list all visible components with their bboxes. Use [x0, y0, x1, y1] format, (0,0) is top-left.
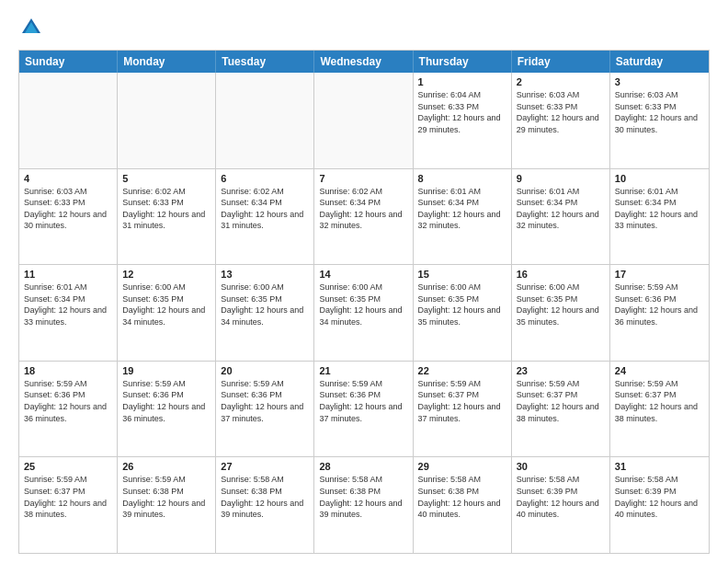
- calendar-cell: 18Sunrise: 5:59 AMSunset: 6:36 PMDayligh…: [19, 362, 118, 457]
- cell-info: Sunrise: 5:59 AMSunset: 6:37 PMDaylight:…: [24, 474, 112, 520]
- day-number: 23: [517, 365, 605, 376]
- cell-info: Sunrise: 6:01 AMSunset: 6:34 PMDaylight:…: [615, 186, 704, 232]
- calendar-cell: 24Sunrise: 5:59 AMSunset: 6:37 PMDayligh…: [610, 362, 709, 457]
- day-number: 6: [221, 173, 309, 184]
- cell-info: Sunrise: 5:59 AMSunset: 6:38 PMDaylight:…: [122, 474, 210, 520]
- cell-info: Sunrise: 5:58 AMSunset: 6:38 PMDaylight:…: [319, 474, 407, 520]
- logo-icon: [18, 15, 44, 40]
- calendar-cell: 11Sunrise: 6:01 AMSunset: 6:34 PMDayligh…: [19, 265, 118, 361]
- calendar-cell: 2Sunrise: 6:03 AMSunset: 6:33 PMDaylight…: [512, 73, 610, 168]
- calendar-cell: 3Sunrise: 6:03 AMSunset: 6:33 PMDaylight…: [610, 73, 709, 168]
- cell-info: Sunrise: 6:02 AMSunset: 6:34 PMDaylight:…: [221, 186, 309, 232]
- cell-info: Sunrise: 5:59 AMSunset: 6:36 PMDaylight:…: [221, 378, 309, 424]
- calendar-cell: 9Sunrise: 6:01 AMSunset: 6:34 PMDaylight…: [512, 169, 610, 265]
- day-number: 17: [615, 269, 704, 280]
- day-number: 15: [418, 269, 506, 280]
- calendar-cell: [118, 73, 216, 168]
- cell-info: Sunrise: 5:59 AMSunset: 6:36 PMDaylight:…: [122, 378, 210, 424]
- day-number: 18: [24, 365, 112, 376]
- calendar-cell: 27Sunrise: 5:58 AMSunset: 6:38 PMDayligh…: [216, 457, 314, 553]
- calendar-row: 25Sunrise: 5:59 AMSunset: 6:37 PMDayligh…: [19, 457, 709, 553]
- cell-info: Sunrise: 6:04 AMSunset: 6:33 PMDaylight:…: [418, 89, 506, 135]
- page: SundayMondayTuesdayWednesdayThursdayFrid…: [0, 0, 728, 563]
- cell-info: Sunrise: 6:00 AMSunset: 6:35 PMDaylight:…: [319, 282, 407, 327]
- calendar-cell: 12Sunrise: 6:00 AMSunset: 6:35 PMDayligh…: [118, 265, 216, 361]
- calendar-cell: 13Sunrise: 6:00 AMSunset: 6:35 PMDayligh…: [216, 265, 314, 361]
- day-number: 19: [122, 365, 210, 376]
- calendar-cell: 8Sunrise: 6:01 AMSunset: 6:34 PMDaylight…: [414, 169, 512, 265]
- cell-info: Sunrise: 5:59 AMSunset: 6:37 PMDaylight:…: [615, 378, 704, 424]
- cell-info: Sunrise: 5:59 AMSunset: 6:36 PMDaylight:…: [24, 378, 112, 424]
- day-number: 30: [517, 461, 605, 472]
- cell-info: Sunrise: 5:59 AMSunset: 6:36 PMDaylight:…: [319, 378, 407, 424]
- day-number: 16: [517, 269, 605, 280]
- day-number: 22: [418, 365, 506, 376]
- calendar-cell: 23Sunrise: 5:59 AMSunset: 6:37 PMDayligh…: [512, 362, 610, 457]
- day-number: 12: [122, 269, 210, 280]
- cell-info: Sunrise: 6:00 AMSunset: 6:35 PMDaylight:…: [418, 282, 506, 327]
- day-number: 1: [418, 76, 506, 87]
- header: [18, 15, 710, 40]
- calendar-cell: 4Sunrise: 6:03 AMSunset: 6:33 PMDaylight…: [19, 169, 118, 265]
- logo: [18, 15, 48, 40]
- weekday-header: Saturday: [610, 51, 709, 73]
- day-number: 14: [319, 269, 407, 280]
- calendar-cell: [216, 73, 314, 168]
- calendar-cell: 5Sunrise: 6:02 AMSunset: 6:33 PMDaylight…: [118, 169, 216, 265]
- cell-info: Sunrise: 5:58 AMSunset: 6:38 PMDaylight:…: [221, 474, 309, 520]
- calendar-cell: 21Sunrise: 5:59 AMSunset: 6:36 PMDayligh…: [314, 362, 413, 457]
- calendar-cell: 30Sunrise: 5:58 AMSunset: 6:39 PMDayligh…: [512, 457, 610, 553]
- calendar-cell: 15Sunrise: 6:00 AMSunset: 6:35 PMDayligh…: [414, 265, 512, 361]
- weekday-header: Thursday: [414, 51, 512, 73]
- cell-info: Sunrise: 6:03 AMSunset: 6:33 PMDaylight:…: [24, 186, 112, 232]
- cell-info: Sunrise: 6:01 AMSunset: 6:34 PMDaylight:…: [24, 282, 112, 327]
- cell-info: Sunrise: 6:01 AMSunset: 6:34 PMDaylight:…: [418, 186, 506, 232]
- weekday-header: Tuesday: [216, 51, 314, 73]
- calendar-cell: 20Sunrise: 5:59 AMSunset: 6:36 PMDayligh…: [216, 362, 314, 457]
- day-number: 4: [24, 173, 112, 184]
- calendar-cell: 6Sunrise: 6:02 AMSunset: 6:34 PMDaylight…: [216, 169, 314, 265]
- calendar-cell: 25Sunrise: 5:59 AMSunset: 6:37 PMDayligh…: [19, 457, 118, 553]
- calendar-cell: 17Sunrise: 5:59 AMSunset: 6:36 PMDayligh…: [610, 265, 709, 361]
- calendar-row: 18Sunrise: 5:59 AMSunset: 6:36 PMDayligh…: [19, 362, 709, 458]
- calendar-body: 1Sunrise: 6:04 AMSunset: 6:33 PMDaylight…: [19, 73, 709, 553]
- cell-info: Sunrise: 6:02 AMSunset: 6:33 PMDaylight:…: [122, 186, 210, 232]
- day-number: 29: [418, 461, 506, 472]
- day-number: 26: [122, 461, 210, 472]
- day-number: 25: [24, 461, 112, 472]
- cell-info: Sunrise: 6:03 AMSunset: 6:33 PMDaylight:…: [517, 89, 605, 135]
- day-number: 27: [221, 461, 309, 472]
- day-number: 2: [517, 76, 605, 87]
- day-number: 24: [615, 365, 704, 376]
- day-number: 28: [319, 461, 407, 472]
- calendar-row: 1Sunrise: 6:04 AMSunset: 6:33 PMDaylight…: [19, 73, 709, 169]
- calendar-cell: 22Sunrise: 5:59 AMSunset: 6:37 PMDayligh…: [414, 362, 512, 457]
- cell-info: Sunrise: 5:59 AMSunset: 6:36 PMDaylight:…: [615, 282, 704, 327]
- calendar-cell: 16Sunrise: 6:00 AMSunset: 6:35 PMDayligh…: [512, 265, 610, 361]
- day-number: 31: [615, 461, 704, 472]
- cell-info: Sunrise: 6:01 AMSunset: 6:34 PMDaylight:…: [517, 186, 605, 232]
- calendar-row: 11Sunrise: 6:01 AMSunset: 6:34 PMDayligh…: [19, 265, 709, 362]
- calendar: SundayMondayTuesdayWednesdayThursdayFrid…: [18, 50, 710, 554]
- calendar-row: 4Sunrise: 6:03 AMSunset: 6:33 PMDaylight…: [19, 169, 709, 266]
- weekday-header: Friday: [512, 51, 610, 73]
- day-number: 9: [517, 173, 605, 184]
- calendar-cell: 28Sunrise: 5:58 AMSunset: 6:38 PMDayligh…: [314, 457, 413, 553]
- cell-info: Sunrise: 6:02 AMSunset: 6:34 PMDaylight:…: [319, 186, 407, 232]
- cell-info: Sunrise: 6:03 AMSunset: 6:33 PMDaylight:…: [615, 89, 704, 135]
- day-number: 7: [319, 173, 407, 184]
- calendar-header: SundayMondayTuesdayWednesdayThursdayFrid…: [19, 51, 709, 73]
- cell-info: Sunrise: 5:58 AMSunset: 6:39 PMDaylight:…: [517, 474, 605, 520]
- calendar-cell: 7Sunrise: 6:02 AMSunset: 6:34 PMDaylight…: [314, 169, 413, 265]
- calendar-cell: 1Sunrise: 6:04 AMSunset: 6:33 PMDaylight…: [414, 73, 512, 168]
- day-number: 21: [319, 365, 407, 376]
- calendar-cell: 10Sunrise: 6:01 AMSunset: 6:34 PMDayligh…: [610, 169, 709, 265]
- cell-info: Sunrise: 5:58 AMSunset: 6:38 PMDaylight:…: [418, 474, 506, 520]
- calendar-cell: [314, 73, 413, 168]
- calendar-cell: 31Sunrise: 5:58 AMSunset: 6:39 PMDayligh…: [610, 457, 709, 553]
- calendar-cell: 14Sunrise: 6:00 AMSunset: 6:35 PMDayligh…: [314, 265, 413, 361]
- calendar-cell: 19Sunrise: 5:59 AMSunset: 6:36 PMDayligh…: [118, 362, 216, 457]
- day-number: 8: [418, 173, 506, 184]
- day-number: 5: [122, 173, 210, 184]
- calendar-cell: [19, 73, 118, 168]
